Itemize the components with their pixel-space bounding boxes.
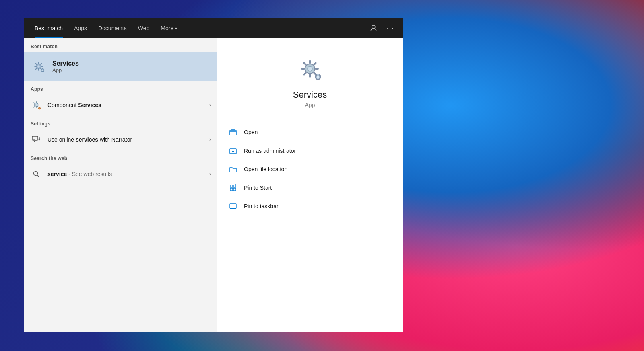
svg-rect-26 — [230, 208, 236, 209]
person-icon — [370, 25, 377, 32]
open-icon — [229, 128, 237, 137]
narrator-services-text: Use online services with Narrator — [47, 136, 204, 143]
web-service-text: service - See web results — [47, 171, 204, 177]
chevron-right-icon-2: › — [209, 137, 211, 142]
tab-documents[interactable]: Documents — [93, 18, 132, 38]
best-match-section-label: Best match — [24, 38, 217, 52]
chevron-right-icon: › — [209, 102, 211, 108]
pin-start-svg-icon — [229, 184, 237, 192]
svg-rect-18 — [230, 130, 236, 135]
pin-to-start-label: Pin to Start — [244, 185, 272, 191]
tab-bar: Best match Apps Documents Web More ▾ ··· — [24, 18, 402, 38]
settings-section-label: Settings — [24, 115, 217, 129]
tab-apps[interactable]: Apps — [68, 18, 93, 38]
left-panel: Best match — [24, 38, 217, 332]
tab-more[interactable]: More ▾ — [155, 18, 183, 38]
tab-documents-label: Documents — [98, 25, 127, 31]
web-service-item[interactable]: service - See web results › — [24, 164, 217, 185]
open-svg-icon — [229, 128, 237, 136]
narrator-services-item[interactable]: Use online services with Narrator › — [24, 129, 217, 150]
search-window: Best match Apps Documents Web More ▾ ··· — [24, 18, 402, 332]
app-detail-header: Services App — [217, 38, 402, 118]
app-detail-name: Services — [293, 90, 327, 100]
open-file-location-action[interactable]: Open file location — [217, 160, 402, 179]
services-best-match-item[interactable]: Services App — [24, 52, 217, 81]
tab-all[interactable]: Best match — [29, 18, 68, 38]
services-large-icon — [296, 55, 324, 82]
app-detail-icon — [295, 54, 324, 83]
tab-apps-label: Apps — [74, 25, 87, 31]
open-action[interactable]: Open — [217, 123, 402, 142]
svg-point-6 — [35, 104, 37, 106]
narrator-icon — [31, 134, 42, 145]
svg-rect-9 — [32, 136, 38, 140]
best-match-subtitle: App — [52, 67, 79, 73]
open-file-location-icon — [229, 165, 237, 174]
ellipsis-button[interactable]: ··· — [384, 22, 398, 34]
svg-point-17 — [317, 76, 320, 78]
pin-to-start-icon — [229, 183, 237, 192]
web-service-highlight: service — [47, 171, 67, 177]
magnifier-icon — [33, 170, 40, 178]
component-services-text: Component Services — [47, 102, 204, 108]
svg-point-2 — [37, 65, 40, 68]
svg-point-15 — [308, 66, 312, 71]
admin-svg-icon — [229, 147, 237, 155]
ellipsis-icon: ··· — [387, 25, 394, 32]
tab-web-label: Web — [138, 25, 150, 31]
pin-to-taskbar-icon — [229, 202, 237, 211]
person-icon-button[interactable] — [367, 22, 380, 34]
svg-rect-23 — [233, 188, 236, 191]
svg-rect-25 — [230, 204, 236, 208]
action-list: Open Run as administrator — [217, 118, 402, 220]
content-area: Best match — [24, 38, 402, 332]
web-search-icon — [31, 168, 42, 180]
component-services-gear-icon — [31, 100, 41, 110]
svg-point-8 — [39, 108, 40, 109]
run-as-admin-label: Run as administrator — [244, 148, 296, 154]
component-services-icon — [31, 99, 42, 111]
services-app-icon — [31, 58, 47, 74]
search-web-section-label: Search the web — [24, 150, 217, 164]
component-services-item[interactable]: Component Services › — [24, 94, 217, 115]
component-services-highlight: Services — [78, 102, 101, 108]
pin-to-taskbar-label: Pin to taskbar — [244, 203, 279, 209]
run-as-admin-action[interactable]: Run as administrator — [217, 142, 402, 160]
svg-rect-22 — [230, 188, 233, 191]
run-as-admin-icon — [229, 146, 237, 155]
right-panel: Services App Open — [217, 38, 402, 332]
narrator-highlight: services — [76, 136, 98, 143]
tab-web[interactable]: Web — [132, 18, 155, 38]
pin-to-taskbar-action[interactable]: Pin to taskbar — [217, 197, 402, 216]
svg-rect-20 — [230, 185, 233, 187]
pin-to-start-action[interactable]: Pin to Start — [217, 179, 402, 197]
folder-svg-icon — [229, 165, 237, 173]
web-service-secondary: - See web results — [68, 171, 112, 177]
svg-point-4 — [42, 70, 43, 71]
app-detail-type: App — [305, 102, 315, 108]
narrator-svg-icon — [31, 135, 41, 144]
tab-all-label: Best match — [35, 25, 63, 31]
chevron-down-icon: ▾ — [175, 26, 177, 31]
svg-point-0 — [372, 25, 375, 29]
apps-section-label: Apps — [24, 81, 217, 94]
tab-more-label: More — [161, 25, 173, 31]
gear-icon — [31, 59, 46, 74]
tab-bar-right: ··· — [367, 22, 398, 34]
svg-line-13 — [37, 175, 39, 177]
chevron-right-icon-3: › — [209, 171, 211, 177]
pin-taskbar-svg-icon — [229, 202, 237, 210]
open-label: Open — [244, 129, 258, 135]
best-match-text: Services App — [52, 60, 79, 73]
open-file-location-label: Open file location — [244, 166, 287, 172]
best-match-title: Services — [52, 60, 79, 67]
